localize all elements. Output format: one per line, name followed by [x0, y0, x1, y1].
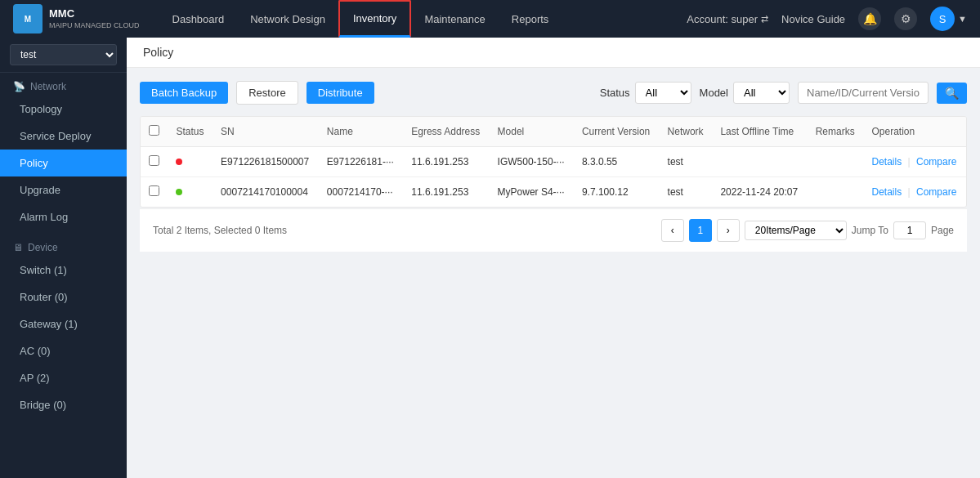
row2-status: [168, 177, 213, 208]
col-network: Network: [660, 117, 713, 147]
search-input[interactable]: [798, 82, 929, 104]
nav-reports[interactable]: Reports: [499, 0, 562, 38]
policy-table: Status SN Name Egress Address Model Curr…: [140, 116, 967, 208]
table-header-row: Status SN Name Egress Address Model Curr…: [141, 117, 966, 147]
page-header: Policy: [127, 38, 980, 68]
user-menu[interactable]: S ▼: [930, 7, 967, 31]
row1-network: test: [660, 147, 713, 177]
status-dot-green: [176, 189, 182, 195]
workspace-dropdown[interactable]: test: [0, 38, 127, 73]
avatar[interactable]: S: [930, 7, 955, 31]
nav-maintenance[interactable]: Maintenance: [411, 0, 498, 38]
sidebar-item-ap[interactable]: AP (2): [0, 364, 127, 391]
row2-sn: 0007214170100004: [213, 177, 319, 208]
settings-icon[interactable]: ⚙: [894, 7, 917, 30]
row2-offline: 2022-11-24 20:07: [712, 177, 807, 208]
jump-to-label: Jump To: [852, 225, 888, 236]
pagination-summary: Total 2 Items, Selected 0 Items: [153, 225, 287, 236]
sidebar-item-service-deploy[interactable]: Service Deploy: [0, 123, 127, 150]
network-section-label: 📡 Network: [0, 73, 127, 96]
jump-to-input[interactable]: [893, 221, 926, 239]
table-row: E971226181500007 E971226181-··· 11.6.191…: [141, 147, 966, 177]
row1-compare-link[interactable]: Compare: [916, 156, 956, 168]
novice-guide-link[interactable]: Novice Guide: [781, 13, 845, 25]
sidebar: test 📡 Network Topology Service Deploy P…: [0, 38, 127, 478]
search-button[interactable]: 🔍: [937, 83, 967, 104]
row1-details-link[interactable]: Details: [872, 156, 902, 168]
sidebar-item-policy[interactable]: Policy: [0, 150, 127, 176]
select-all-checkbox[interactable]: [149, 125, 159, 136]
col-offline-time: Last Offline Time: [712, 117, 807, 147]
nav-dashboard[interactable]: Dashboard: [159, 0, 238, 38]
model-filter-group: Model All: [700, 82, 790, 104]
page-label: Page: [931, 225, 954, 236]
col-model: Model: [490, 117, 574, 147]
model-filter-select[interactable]: All: [733, 82, 790, 104]
row2-details-link[interactable]: Details: [872, 186, 902, 198]
row2-version: 9.7.100.12: [574, 177, 660, 208]
device-section-label: 🖥 Device: [0, 234, 127, 257]
nav-right: Account: super ⇄ Novice Guide 🔔 ⚙ S ▼: [687, 7, 967, 31]
next-page-button[interactable]: ›: [717, 219, 740, 242]
filter-area: Status All Model All 🔍: [600, 82, 967, 104]
col-name: Name: [319, 117, 403, 147]
sidebar-item-ac[interactable]: AC (0): [0, 337, 127, 364]
status-filter-group: Status All: [600, 82, 691, 104]
col-checkbox: [141, 117, 168, 147]
sidebar-item-alarm-log[interactable]: Alarm Log: [0, 203, 127, 230]
jump-to-area: Jump To Page: [852, 221, 954, 239]
col-status: Status: [168, 117, 213, 147]
row2-compare-link[interactable]: Compare: [916, 186, 956, 198]
main-content: Policy Batch Backup Restore Distribute S…: [127, 38, 980, 478]
distribute-button[interactable]: Distribute: [307, 82, 374, 104]
content-area: Batch Backup Restore Distribute Status A…: [127, 68, 980, 265]
sidebar-item-upgrade[interactable]: Upgrade: [0, 176, 127, 203]
workspace-select[interactable]: test: [10, 44, 117, 65]
status-filter-select[interactable]: All: [635, 82, 691, 104]
row1-checkbox: [141, 147, 168, 177]
nav-network-design[interactable]: Network Design: [237, 0, 338, 38]
status-dot-red: [176, 159, 182, 165]
top-navigation: M MMC MAIPU MANAGED CLOUD Dashboard Netw…: [0, 0, 980, 38]
row2-operation: Details | Compare: [864, 177, 967, 208]
row1-status: [168, 147, 213, 177]
page-1-button[interactable]: 1: [689, 219, 712, 242]
nav-items: Dashboard Network Design Inventory Maint…: [159, 0, 687, 38]
page-size-select[interactable]: 20Items/Page: [745, 221, 847, 240]
batch-backup-button[interactable]: Batch Backup: [140, 82, 228, 104]
row1-operation: Details | Compare: [864, 147, 967, 177]
sidebar-item-router[interactable]: Router (0): [0, 284, 127, 310]
sidebar-item-topology[interactable]: Topology: [0, 96, 127, 123]
status-label: Status: [600, 87, 630, 99]
row2-model: MyPower S4-···: [490, 177, 574, 208]
row1-sn: E971226181500007: [213, 147, 319, 177]
pagination-controls: ‹ 1 › 20Items/Page Jump To Page: [661, 219, 954, 242]
pagination: Total 2 Items, Selected 0 Items ‹ 1 › 20…: [140, 208, 967, 252]
page-title: Policy: [143, 46, 173, 59]
table-row: 0007214170100004 0007214170-··· 11.6.191…: [141, 177, 966, 208]
row1-offline: [712, 147, 807, 177]
row2-egress: 11.6.191.253: [403, 177, 489, 208]
model-label: Model: [700, 87, 728, 99]
nav-inventory[interactable]: Inventory: [338, 0, 411, 38]
col-remarks: Remarks: [808, 117, 864, 147]
col-operation: Operation: [864, 117, 967, 147]
row2-remarks: [808, 177, 864, 208]
row1-version: 8.3.0.55: [574, 147, 660, 177]
row1-egress: 11.6.191.253: [403, 147, 489, 177]
sidebar-item-switch[interactable]: Switch (1): [0, 257, 127, 284]
main-layout: test 📡 Network Topology Service Deploy P…: [0, 38, 980, 478]
restore-button[interactable]: Restore: [236, 81, 298, 105]
col-egress: Egress Address: [403, 117, 489, 147]
col-version: Current Version: [574, 117, 660, 147]
row1-model: IGW500-150-···: [490, 147, 574, 177]
notification-icon[interactable]: 🔔: [858, 7, 881, 30]
prev-page-button[interactable]: ‹: [661, 219, 684, 242]
logo-area: M MMC MAIPU MANAGED CLOUD: [13, 4, 140, 34]
sidebar-item-gateway[interactable]: Gateway (1): [0, 310, 127, 337]
row2-network: test: [660, 177, 713, 208]
row1-remarks: [808, 147, 864, 177]
sidebar-item-bridge[interactable]: Bridge (0): [0, 391, 127, 418]
row2-name: 0007214170-···: [319, 177, 403, 208]
col-sn: SN: [213, 117, 319, 147]
